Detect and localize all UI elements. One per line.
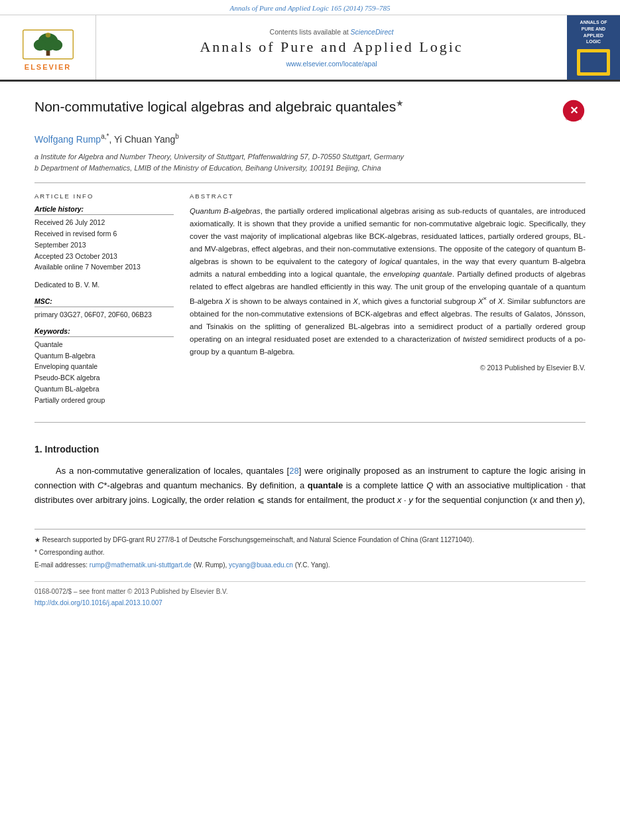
title-star: ★	[396, 98, 404, 108]
article-title: Non-commutative logical algebras and alg…	[34, 98, 404, 115]
email-yang-link[interactable]: ycyang@buaa.edu.cn	[229, 561, 293, 569]
journal-url[interactable]: www.elsevier.com/locate/apal	[286, 60, 377, 68]
header-divider	[34, 182, 586, 183]
abstract-text: Quantum B-algebras, the partially ordere…	[190, 205, 586, 358]
svg-point-4	[33, 39, 46, 50]
main-content-area: Non-commutative logical algebras and alg…	[0, 82, 620, 619]
affiliation-b: b Department of Mathematics, LMIB of the…	[34, 163, 586, 174]
article-info-column: ARTICLE INFO Article history: Received 2…	[34, 192, 174, 412]
journal-title: Annals of Pure and Applied Logic	[200, 38, 463, 56]
author-rump[interactable]: Wolfgang Rump	[34, 134, 101, 145]
section-title: 1. Introduction	[34, 444, 586, 455]
author-rump-sup: a,*	[101, 133, 109, 140]
elsevier-tree-icon	[20, 25, 76, 63]
dedication-text: Dedicated to B. V. M.	[34, 279, 174, 291]
journal-reference: Annals of Pure and Applied Logic 165 (20…	[230, 4, 391, 12]
affiliations: a Institute for Algebra and Number Theor…	[34, 151, 586, 173]
elsevier-wordmark: ELSEVIER	[25, 63, 71, 71]
footnotes-area: ★ Research supported by DFG-grant RU 277…	[34, 529, 586, 571]
abstract-column: ABSTRACT Quantum B-algebras, the partial…	[190, 192, 586, 412]
content-divider	[34, 422, 586, 423]
article-history-block: Article history: Received 26 July 2012 R…	[34, 205, 174, 273]
svg-text:CrossMark: CrossMark	[566, 118, 582, 121]
journal-cover-image: ANNALS OFPURE ANDAPPLIEDLOGIC	[567, 15, 620, 80]
doi-link[interactable]: http://dx.doi.org/10.1016/j.apal.2013.10…	[34, 599, 162, 606]
elsevier-logo-block: ELSEVIER	[0, 15, 96, 80]
bottom-bar: 0168-0072/$ – see front matter © 2013 Pu…	[34, 581, 586, 608]
doi-line: http://dx.doi.org/10.1016/j.apal.2013.10…	[34, 597, 586, 608]
journal-title-block: Contents lists available at ScienceDirec…	[96, 15, 567, 80]
journal-header: ELSEVIER Contents lists available at Sci…	[0, 15, 620, 82]
dedication-block: Dedicated to B. V. M.	[34, 279, 174, 291]
contents-available-text: Contents lists available at ScienceDirec…	[270, 28, 394, 36]
sciencedirect-link[interactable]: ScienceDirect	[351, 28, 394, 36]
copyright-text: © 2013 Published by Elsevier B.V.	[190, 364, 586, 372]
cover-text: ANNALS OFPURE ANDAPPLIEDLOGIC	[580, 19, 607, 45]
footnote-star: ★ Research supported by DFG-grant RU 277…	[34, 535, 586, 545]
article-info-label: ARTICLE INFO	[34, 192, 174, 200]
keywords-list: Quantale Quantum B-algebra Enveloping qu…	[34, 339, 174, 406]
top-journal-bar: Annals of Pure and Applied Logic 165 (20…	[0, 0, 620, 15]
abstract-label: ABSTRACT	[190, 192, 586, 200]
footnote-emails: E-mail addresses: rump@mathematik.uni-st…	[34, 560, 586, 571]
author-yang-sup: b	[175, 133, 179, 140]
cover-decoration	[577, 49, 610, 76]
introduction-text: As a non-commutative generalization of l…	[34, 464, 586, 508]
ref-28[interactable]: 28	[289, 466, 298, 476]
msc-block: MSC: primary 03G27, 06F07, 20F60, 06B23	[34, 297, 174, 320]
article-history-title: Article history:	[34, 205, 174, 215]
authors-line: Wolfgang Rumpa,*, Yi Chuan Yangb	[34, 133, 586, 145]
msc-title: MSC:	[34, 297, 174, 307]
msc-values: primary 03G27, 06F07, 20F60, 06B23	[34, 309, 174, 320]
svg-text:✕: ✕	[570, 105, 578, 117]
article-history-dates: Received 26 July 2012 Received in revise…	[34, 217, 174, 273]
affiliation-a: a Institute for Algebra and Number Theor…	[34, 151, 586, 163]
svg-point-6	[45, 33, 50, 38]
issn-line: 0168-0072/$ – see front matter © 2013 Pu…	[34, 586, 586, 597]
crossmark-icon: ✕ CrossMark	[562, 99, 586, 123]
info-abstract-columns: ARTICLE INFO Article history: Received 2…	[34, 192, 586, 412]
svg-point-5	[50, 39, 62, 50]
email-rump-link[interactable]: rump@mathematik.uni-stuttgart.de	[90, 561, 192, 569]
footnote-corresponding: * Corresponding author.	[34, 547, 586, 558]
keywords-block: Keywords: Quantale Quantum B-algebra Env…	[34, 327, 174, 406]
introduction-section: 1. Introduction As a non-commutative gen…	[34, 444, 586, 508]
keywords-title: Keywords:	[34, 327, 174, 337]
